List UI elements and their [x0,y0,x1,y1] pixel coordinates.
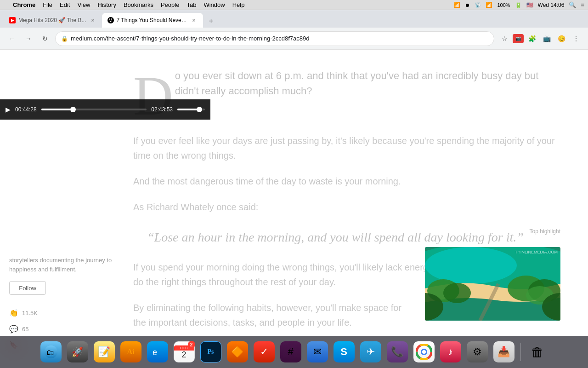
back-button[interactable]: ← [6,32,18,45]
menu-help[interactable]: Help [232,1,245,8]
dock-item-calendar[interactable]: DEC 2 2 [172,340,196,364]
tab-close-youtube[interactable]: ✕ [89,17,96,24]
menu-bar-left: Chrome File Edit View History Bookmarks … [4,1,244,8]
dock-item-reminders[interactable]: ✓ [252,340,276,364]
menu-people[interactable]: People [161,1,179,8]
address-bar: ← → ↻ 🔒 medium.com/the-ascent/7-things-y… [0,28,588,50]
media-router-button[interactable]: 📺 [540,32,553,45]
content-wrapper: ▶ 00:44:28 02:43:53 storytellers documen… [0,50,588,368]
calendar-badge: 2 [188,341,195,348]
dock-item-mail[interactable]: ✉ [305,340,329,364]
tab-medium[interactable]: M 7 Things You Should Never Do ✕ [102,13,203,28]
menu-chrome[interactable]: Chrome [13,1,35,8]
more-button[interactable]: ⋮ [570,32,582,45]
dock-reminders-icon: ✓ [254,341,275,362]
progress-fill [41,109,73,110]
tab-youtube[interactable]: ▶ Mega Hits 2020 🚀 The B... ✕ [4,13,102,28]
dock-edge-icon: e [147,341,168,362]
dock-item-vlc[interactable]: 🔶 [226,340,249,364]
dock-item-finder[interactable]: 🗂 [39,340,63,364]
comment-icon[interactable]: 💬 [9,325,18,334]
dock-slack-icon: # [280,341,301,362]
menu-bookmarks[interactable]: Bookmarks [124,1,153,8]
dock-finder-icon: 🗂 [40,341,62,362]
menu-window[interactable]: Window [204,1,225,8]
battery-text: 100% [497,2,510,8]
comments-count: 65 [22,326,28,333]
media-player[interactable]: ▶ 00:44:28 02:43:53 [0,99,210,120]
dock-item-photoshop[interactable]: Ps [199,340,223,364]
tab-bar: ▶ Mega Hits 2020 🚀 The B... ✕ M 7 Things… [0,10,588,28]
article-para1: If you ever feel like your days are just… [133,133,560,163]
url-bar[interactable]: 🔒 medium.com/the-ascent/7-things-you-sho… [55,31,494,46]
image-watermark: THINLINEMEDIA.COM [515,250,558,254]
article-image-svg [425,247,560,321]
dock-illustrator-icon: Ai [120,341,141,362]
clap-icon[interactable]: 👏 [9,309,18,317]
bookmark-button[interactable]: ☆ [498,32,511,45]
progress-bar[interactable] [41,109,147,110]
dock-item-launchpad[interactable]: 🚀 [66,340,90,364]
lock-icon: 🔒 [61,35,68,42]
dock-item-sysprefs[interactable]: ⚙ [465,340,489,364]
dock-chrome-icon [413,341,435,362]
url-text: medium.com/the-ascent/7-things-you-shoul… [71,35,488,42]
dock-item-itunes[interactable]: ♪ [439,340,463,364]
dock-item-slack[interactable]: # [279,340,303,364]
wifi-status-icon: 📶 [486,2,492,8]
article-image: THINLINEMEDIA.COM [425,247,560,321]
dock-skype-icon: S [334,341,355,362]
sidebar-description: storytellers documenting the journey to … [9,256,124,274]
dock-item-trash[interactable]: 🗑 [526,340,549,364]
menu-bar-right: 📶 ⏺ 📡 📶 100% 🔋 🇺🇸 Wed 14:06 🔍 ≡ [453,1,584,8]
dock-item-chrome[interactable] [412,340,436,364]
menu-tab[interactable]: Tab [187,1,196,8]
dock-mail-icon: ✉ [307,341,328,362]
dock-launchpad-icon: 🚀 [67,341,88,362]
article-para3: As Richard Whately once said: [133,200,560,214]
flag-icon: 🇺🇸 [526,2,533,8]
article-bottom-section: By eliminating the following habits, how… [133,300,560,330]
datetime: Wed 14:06 [538,2,565,8]
tab-close-medium[interactable]: ✕ [190,17,198,24]
new-tab-button[interactable]: + [205,15,218,28]
forward-button[interactable]: → [22,32,35,45]
follow-button[interactable]: Follow [9,281,46,295]
search-icon[interactable]: 🔍 [569,1,576,8]
dock-vlc-icon: 🔶 [227,341,248,362]
svg-text:e: e [153,348,157,357]
screenshot-button[interactable]: 📷 [513,34,524,43]
menu-edit[interactable]: Edit [60,1,70,8]
control-center-icon[interactable]: ≡ [581,1,584,8]
dock-notes-icon: 📝 [94,341,115,362]
dock-item-illustrator[interactable]: Ai [119,340,143,364]
dock-item-edge[interactable]: e [146,340,170,364]
dock-item-telegram[interactable]: ✈ [359,340,383,364]
menu-file[interactable]: File [43,1,52,8]
volume-handle[interactable] [197,107,202,112]
address-bar-right: ☆ 📷 🧩 📺 😊 ⋮ [498,32,582,45]
tab-title-medium: 7 Things You Should Never Do [117,17,187,23]
menu-history[interactable]: History [97,1,116,8]
profile-button[interactable]: 😊 [555,32,568,45]
dock: 🗂 🚀 📝 Ai e DEC 2 2 [0,336,588,368]
volume-bar[interactable] [177,109,205,110]
dock-divider [520,343,521,361]
dock-item-downloads[interactable]: 📥 [492,340,516,364]
dock-item-notes[interactable]: 📝 [92,340,116,364]
reload-button[interactable]: ↻ [39,32,51,45]
tab-favicon-youtube: ▶ [9,17,16,23]
play-button[interactable]: ▶ [6,106,11,113]
sidebar: storytellers documenting the journey to … [0,50,133,368]
article-intro: o you ever sit down at 6 p.m. and think … [175,68,539,97]
dock-item-skype[interactable]: S [332,340,356,364]
extensions-button[interactable]: 🧩 [526,32,538,45]
comments-row: 💬 65 [9,325,124,334]
svg-point-4 [443,283,471,303]
wifi-icon: 📶 [453,2,460,8]
progress-handle[interactable] [70,107,76,112]
menu-view[interactable]: View [77,1,90,8]
dock-item-viber[interactable]: 📞 [385,340,409,364]
volume-fill [177,109,199,110]
menu-bar: Chrome File Edit View History Bookmarks … [0,0,588,10]
